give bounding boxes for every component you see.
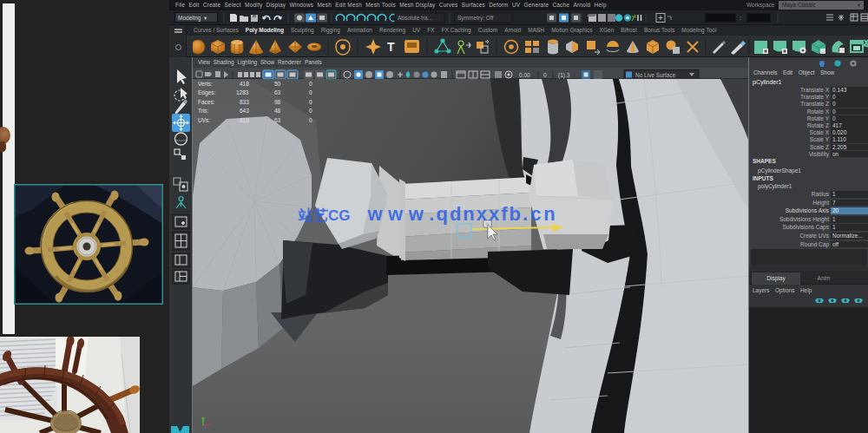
- svg-text:T: T: [387, 40, 395, 54]
- svg-text:0: 0: [543, 72, 547, 78]
- svg-text:0.00: 0.00: [519, 72, 530, 78]
- svg-text:No Live Surface: No Live Surface: [635, 72, 676, 78]
- svg-text:Symmetry: Off: Symmetry: Off: [457, 15, 494, 22]
- svg-text:Absolute tra...: Absolute tra...: [398, 15, 432, 21]
- svg-text::: :: [740, 15, 741, 21]
- svg-text:(1) 3: (1) 3: [558, 72, 570, 79]
